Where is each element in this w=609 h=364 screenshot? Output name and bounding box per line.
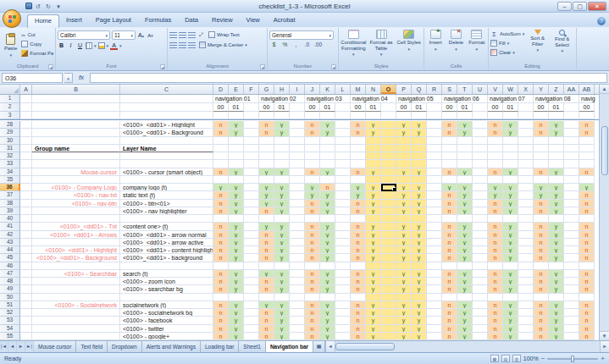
cell-Y49[interactable]: n bbox=[534, 285, 549, 293]
cell-E52[interactable]: y bbox=[229, 309, 244, 317]
cell-O43[interactable] bbox=[381, 239, 396, 246]
cell-AB49[interactable]: n bbox=[579, 285, 595, 293]
cell-C42[interactable]: <0100>_<dd01> - arrow normal bbox=[120, 231, 213, 239]
row-header-3[interactable]: 3 bbox=[0, 112, 20, 119]
cell-I50[interactable] bbox=[290, 294, 305, 301]
cell-Q30[interactable] bbox=[412, 137, 427, 145]
cell-C47[interactable]: search (t) bbox=[120, 270, 213, 278]
cell-AA35[interactable] bbox=[564, 176, 579, 184]
cell-R42[interactable] bbox=[427, 231, 442, 239]
cell-AB34[interactable]: n bbox=[579, 168, 595, 176]
cell-I3[interactable] bbox=[290, 112, 305, 119]
cell-P52[interactable]: y bbox=[396, 309, 412, 317]
cell-V45[interactable]: n bbox=[488, 254, 503, 262]
row-header-52[interactable]: 52 bbox=[0, 309, 20, 317]
cell-C3[interactable] bbox=[120, 112, 213, 119]
cell-K40[interactable] bbox=[320, 215, 335, 223]
cell-C38[interactable]: <0100> - btn<01> bbox=[120, 200, 213, 207]
percent-format-icon[interactable]: % bbox=[280, 41, 290, 47]
cell-Y33[interactable] bbox=[534, 160, 549, 168]
cell-F29[interactable] bbox=[244, 129, 259, 136]
cell-W34[interactable]: y bbox=[503, 168, 518, 176]
cell-G36[interactable]: y bbox=[259, 184, 274, 191]
cell-U37[interactable] bbox=[473, 191, 488, 199]
cell-F32[interactable] bbox=[244, 152, 259, 160]
cell-F55[interactable] bbox=[244, 333, 259, 340]
cell-C52[interactable]: <0100> - socialnetwork bg bbox=[120, 309, 213, 317]
cell-B52[interactable] bbox=[32, 309, 120, 317]
cell-AB35[interactable] bbox=[579, 176, 595, 184]
cell-Z38[interactable]: y bbox=[549, 200, 564, 207]
cell-AA44[interactable] bbox=[564, 246, 579, 254]
cell-R35[interactable] bbox=[427, 176, 442, 184]
cell-D49[interactable]: n bbox=[213, 285, 229, 293]
cell-Z35[interactable] bbox=[549, 176, 564, 184]
cell-L50[interactable] bbox=[335, 294, 351, 301]
cell-N39[interactable]: y bbox=[366, 207, 381, 215]
cell-G44[interactable]: n bbox=[259, 246, 274, 254]
cell-M40[interactable] bbox=[351, 215, 366, 223]
page-layout-view-icon[interactable]: ▤ bbox=[501, 355, 510, 362]
column-header-AB[interactable]: AB bbox=[579, 85, 595, 94]
cell-J31[interactable] bbox=[305, 145, 320, 152]
cell-C28[interactable]: <0100>_<dd01> - Highlight bbox=[120, 121, 213, 129]
fill-button[interactable]: Fill▾ bbox=[490, 39, 524, 47]
cell-H3[interactable] bbox=[274, 112, 290, 119]
cell-S30[interactable] bbox=[442, 137, 457, 145]
cell-I52[interactable] bbox=[290, 309, 305, 317]
cell-W46[interactable] bbox=[503, 262, 518, 270]
cell-J46[interactable] bbox=[305, 262, 320, 270]
cell-J54[interactable]: n bbox=[305, 325, 320, 333]
cell-B46[interactable] bbox=[32, 262, 120, 270]
cell-R34[interactable] bbox=[427, 168, 442, 176]
row-header-51[interactable]: 51 bbox=[0, 301, 20, 309]
cell-AA50[interactable] bbox=[564, 294, 579, 301]
cell-I40[interactable] bbox=[290, 215, 305, 223]
cell-N35[interactable] bbox=[366, 176, 381, 184]
cell-J38[interactable]: n bbox=[305, 200, 320, 207]
cell-A28[interactable] bbox=[20, 121, 32, 129]
cell-Y55[interactable]: n bbox=[534, 333, 549, 340]
column-header-U[interactable]: U bbox=[473, 85, 488, 94]
cell-A50[interactable] bbox=[20, 294, 32, 301]
cell-T38[interactable]: y bbox=[457, 200, 473, 207]
cell-P32[interactable] bbox=[396, 152, 412, 160]
cell-B49[interactable] bbox=[32, 285, 120, 293]
cell-E29[interactable]: y bbox=[229, 129, 244, 136]
cell-G43[interactable]: n bbox=[259, 239, 274, 246]
cell-R2[interactable] bbox=[427, 103, 442, 112]
cell-B1[interactable] bbox=[32, 95, 120, 103]
row-header-32[interactable]: 32 bbox=[0, 152, 20, 160]
column-header-L[interactable]: L bbox=[335, 85, 351, 94]
cell-B41[interactable]: <0100>_<dd01> - Txt bbox=[32, 223, 120, 230]
cell-Z40[interactable] bbox=[549, 215, 564, 223]
cell-M29[interactable]: n bbox=[351, 129, 366, 136]
cell-F48[interactable] bbox=[244, 278, 259, 285]
cell-N40[interactable] bbox=[366, 215, 381, 223]
cell-C37[interactable]: static text (t) bbox=[120, 191, 213, 199]
cell-D32[interactable] bbox=[213, 152, 229, 160]
cell-D43[interactable]: n bbox=[213, 239, 229, 246]
column-header-Z[interactable]: Z bbox=[549, 85, 564, 94]
cell-F46[interactable] bbox=[244, 262, 259, 270]
cell-D48[interactable]: n bbox=[213, 278, 229, 285]
cell-AB45[interactable]: n bbox=[579, 254, 595, 262]
cell-R55[interactable] bbox=[427, 333, 442, 340]
cell-V40[interactable] bbox=[488, 215, 503, 223]
cell-F50[interactable] bbox=[244, 294, 259, 301]
cell-V47[interactable]: n bbox=[488, 270, 503, 278]
cell-W40[interactable] bbox=[503, 215, 518, 223]
cell-Y47[interactable]: n bbox=[534, 270, 549, 278]
cell-X29[interactable] bbox=[518, 129, 534, 136]
cell-E47[interactable]: y bbox=[229, 270, 244, 278]
row-header-55[interactable]: 55 bbox=[0, 333, 20, 340]
cell-V55[interactable]: n bbox=[488, 333, 503, 340]
cell-G29[interactable]: n bbox=[259, 129, 274, 136]
underline-button[interactable]: U bbox=[76, 41, 84, 50]
scroll-up-icon[interactable]: ▲ bbox=[600, 85, 609, 94]
cell-Y50[interactable] bbox=[534, 294, 549, 301]
cell-J39[interactable]: n bbox=[305, 207, 320, 215]
cell-Q51[interactable]: y bbox=[412, 301, 427, 309]
cell-M31[interactable] bbox=[351, 145, 366, 152]
cell-I28[interactable] bbox=[290, 121, 305, 129]
